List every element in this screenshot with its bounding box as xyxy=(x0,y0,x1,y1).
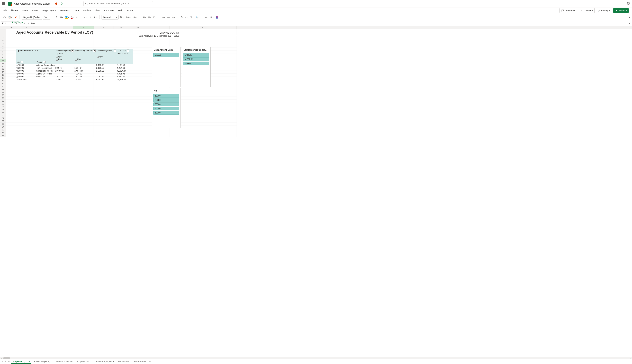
document-title[interactable]: Aged Accounts Receivable Excel ( xyxy=(14,2,50,5)
font-family-select[interactable]: Segoe UI (Body)▾ xyxy=(22,15,42,20)
row-header[interactable]: 16 xyxy=(0,74,6,76)
app-launcher-icon[interactable] xyxy=(2,2,6,6)
search-box[interactable]: Search for tools, help, and more (Alt + … xyxy=(83,1,153,6)
tab-share[interactable]: Share xyxy=(30,8,40,13)
comments-button[interactable]: Comments xyxy=(559,8,577,13)
row-header[interactable]: 12 xyxy=(0,62,6,65)
row-header[interactable]: 32 xyxy=(0,120,6,123)
tab-file[interactable]: File xyxy=(1,8,9,13)
format-painter-button[interactable]: 🖌 xyxy=(14,15,18,20)
sheet-tab[interactable]: Dimension1 xyxy=(117,360,132,364)
row-header[interactable]: 6 xyxy=(0,45,6,48)
undo-button[interactable]: ↶▾ xyxy=(3,15,7,20)
collapse-icon[interactable]: − xyxy=(56,53,58,55)
pivot-data-row[interactable]: −40000Alpine Ski House4,316.924,316.92 xyxy=(16,72,133,75)
sheet-tab[interactable]: CustomerAgingData xyxy=(92,360,115,364)
sheet-tab[interactable]: Due by Currencies xyxy=(53,360,75,364)
row-header[interactable]: 8 xyxy=(0,50,6,54)
expand-formula-bar-button[interactable]: ▾ xyxy=(627,22,632,24)
row-header[interactable]: 25 xyxy=(0,100,6,102)
slicer-customergroup[interactable]: Customergroup Co... LARGE MEDIUM SMALL xyxy=(182,47,211,87)
row-header[interactable]: 35 xyxy=(0,128,6,131)
slicer-item[interactable]: 30000 xyxy=(153,102,179,106)
tab-insert[interactable]: Insert xyxy=(20,8,30,13)
row-header[interactable]: 20 xyxy=(0,85,6,88)
font-color-button[interactable]: A▾ xyxy=(70,15,74,20)
slicer-department[interactable]: Department Code SALES xyxy=(152,47,181,87)
tab-draw[interactable]: Draw xyxy=(125,8,135,13)
dropdown-icon[interactable]: ▾ xyxy=(21,61,23,64)
privacy-shield-icon[interactable] xyxy=(55,2,58,5)
tab-automate[interactable]: Automate xyxy=(102,8,116,13)
row-header[interactable]: 31 xyxy=(0,117,6,120)
number-format-select[interactable]: General▾ xyxy=(102,15,119,20)
sheet-nav-next[interactable]: › xyxy=(5,360,7,363)
ribbon-collapse-button[interactable]: ▾ xyxy=(629,16,630,19)
row-header[interactable]: 27 xyxy=(0,105,6,108)
row-header[interactable]: 15 xyxy=(0,71,6,74)
row-header[interactable]: 5 xyxy=(0,42,6,45)
pivot-data-row[interactable]: −20000Trey Research12809.761,214.642,190… xyxy=(16,66,133,69)
row-header[interactable]: 21 xyxy=(0,88,6,91)
row-header[interactable]: 34 xyxy=(0,126,6,128)
slicer-item[interactable]: MEDIUM xyxy=(183,57,209,61)
col-header-H[interactable]: H xyxy=(129,26,147,29)
slicer-item[interactable]: SALES xyxy=(153,53,179,57)
sheet-nav-prev[interactable]: ‹ xyxy=(1,360,4,363)
col-header-F[interactable]: F xyxy=(94,26,113,29)
find-button[interactable]: 🔍▾ xyxy=(195,15,200,20)
slicer-item[interactable]: SMALL xyxy=(183,62,209,65)
tab-review[interactable]: Review xyxy=(81,8,93,13)
col-header-K[interactable]: K xyxy=(192,26,214,29)
copilot-button[interactable] xyxy=(215,15,219,20)
collapse-icon[interactable]: − xyxy=(16,68,18,69)
collapse-icon[interactable]: − xyxy=(16,73,18,75)
row-header[interactable]: 11 xyxy=(0,59,6,62)
row-header[interactable]: 3 xyxy=(0,36,6,39)
slicer-item[interactable]: 50000 xyxy=(153,111,179,115)
col-header-D[interactable]: D xyxy=(56,26,73,29)
catchup-button[interactable]: Catch up xyxy=(579,8,595,13)
formula-input[interactable]: Mar xyxy=(30,22,627,24)
sheet-tab[interactable]: CaptionData xyxy=(76,360,91,364)
pivot-table[interactable]: Open amounts in LCY Due Date (Year)▾ Due… xyxy=(16,49,133,81)
pivot-data-row[interactable]: −10000Adatum Corporation2,135.482,135.48 xyxy=(16,64,133,66)
tab-formulas[interactable]: Formulas xyxy=(58,8,72,13)
row-header[interactable]: 14 xyxy=(0,68,6,71)
expand-icon[interactable]: + xyxy=(97,56,99,58)
row-header[interactable]: 9 xyxy=(0,54,6,56)
all-sheets-button[interactable]: ≡ xyxy=(8,360,10,363)
row-header[interactable]: 13 xyxy=(0,65,6,68)
horizontal-scrollbar[interactable]: ◂ ▸ xyxy=(0,357,632,359)
collapse-icon[interactable]: − xyxy=(16,70,18,72)
tab-view[interactable]: View xyxy=(93,8,102,13)
row-header[interactable]: 33 xyxy=(0,123,6,126)
dropdown-icon[interactable]: ▾ xyxy=(43,61,46,64)
tab-pivottable[interactable]: PivotTable xyxy=(10,20,25,25)
borders-button[interactable]: ▦▾ xyxy=(59,15,64,20)
clipboard-button[interactable]: 📋▾ xyxy=(8,15,13,20)
share-button[interactable]: Share ▾ xyxy=(613,8,628,13)
editing-mode-button[interactable]: Editing ▾ xyxy=(596,8,612,13)
row-header[interactable]: 7 xyxy=(0,48,6,50)
expand-icon[interactable]: + xyxy=(75,59,77,60)
sensitivity-button[interactable]: 🏷▾ xyxy=(204,15,209,20)
currency-button[interactable]: $€▾ xyxy=(119,15,124,20)
row-header[interactable]: 22 xyxy=(0,91,6,94)
tab-home[interactable]: Home xyxy=(9,8,20,13)
slicer-item[interactable]: LARGE xyxy=(183,53,209,57)
row-header[interactable]: 4 xyxy=(0,39,6,42)
collapse-icon[interactable]: − xyxy=(16,76,18,78)
dropdown-icon[interactable]: ▾ xyxy=(93,50,96,52)
autosum-button[interactable]: Σ▾ xyxy=(180,15,184,20)
row-header[interactable]: 26 xyxy=(0,102,6,105)
tab-page-layout[interactable]: Page Layout xyxy=(41,8,58,13)
dropdown-icon[interactable]: ▾ xyxy=(71,50,74,52)
tab-help[interactable]: Help xyxy=(116,8,125,13)
col-header-G[interactable]: G xyxy=(113,26,129,29)
add-sheet-button[interactable]: + xyxy=(149,360,151,363)
col-header-E[interactable]: E xyxy=(73,26,94,29)
col-header-I[interactable]: I xyxy=(147,26,169,29)
more-font-button[interactable]: ⋯ xyxy=(75,15,79,20)
row-header[interactable]: 1 xyxy=(0,29,6,32)
